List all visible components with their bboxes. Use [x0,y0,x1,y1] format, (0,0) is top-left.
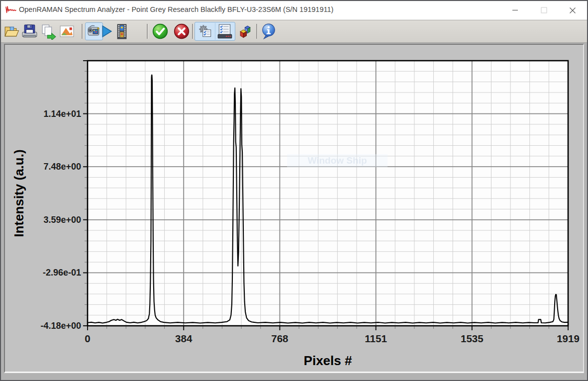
snapshot-button[interactable] [58,22,76,40]
green-check-icon [152,23,169,40]
cancel-button[interactable] [173,22,191,40]
red-cross-icon [173,23,190,40]
export-copy-icon [40,23,57,40]
save-icon [21,23,38,40]
window-controls [500,1,587,19]
x-tick-labels: 0384768115115351919 [85,333,580,344]
image-icon [59,23,75,40]
plot-background [88,61,568,326]
y-tick-label: 7.48e+00 [43,162,81,172]
accept-button[interactable] [151,22,169,40]
fading-tooltip: Window Ship [287,154,388,167]
minimize-button[interactable] [500,1,529,19]
acquisition-settings-button[interactable] [196,22,214,40]
minimize-icon [512,7,518,13]
x-tick-label: 1535 [461,333,484,344]
colored-blocks-icon [238,23,254,40]
x-axis-title: Pixels # [304,353,352,368]
info-icon [260,23,277,40]
maximize-button[interactable] [529,1,558,19]
open-button[interactable] [2,22,20,40]
titlebar: OpenRAMAN Spectrum Analyzer - Point Grey… [1,1,587,20]
save-button[interactable] [20,22,38,40]
open-folder-icon [3,23,20,40]
toolbar-separator [147,24,148,39]
display-options-button[interactable] [237,22,255,40]
x-tick-label: 384 [175,333,193,344]
maximize-icon [541,7,547,13]
gear-checklist-icon [196,23,213,40]
checklist-icon [216,23,233,40]
y-tick-label: 3.59e+00 [43,215,81,225]
window-title: OpenRAMAN Spectrum Analyzer - Point Grey… [19,5,333,13]
x-tick-label: 1919 [557,333,580,344]
x-tick-label: 1151 [365,333,387,344]
close-icon [569,7,576,14]
y-axis-title: Intensity (a.u.) [11,149,26,237]
video-button[interactable] [112,22,130,40]
toolbar-separator [192,24,194,39]
app-window: OpenRAMAN Spectrum Analyzer - Point Grey… [0,0,588,381]
toolbar-separator [256,24,258,39]
export-button[interactable] [39,22,57,40]
close-button[interactable] [558,1,587,19]
toolbar-separator [82,24,83,39]
processing-settings-button[interactable] [216,22,234,40]
y-tick-label: -4.18e+00 [40,321,81,331]
filmstrip-icon [113,23,130,40]
y-tick-label: -2.96e-01 [43,268,81,278]
toolbar [1,20,587,43]
y-tick-label: 1.14e+01 [43,109,81,119]
x-tick-label: 768 [271,333,288,344]
x-tick-label: 0 [85,333,90,344]
spectrum-chart[interactable]: 03847681151153519191.14e+017.48e+003.59e… [5,45,583,372]
about-button[interactable] [260,22,278,40]
app-icon [5,5,16,14]
y-tick-labels: 1.14e+017.48e+003.59e+00-2.96e-01-4.18e+… [40,109,81,331]
chart-panel: 03847681151153519191.14e+017.48e+003.59e… [4,44,584,373]
play-icon [98,23,114,40]
